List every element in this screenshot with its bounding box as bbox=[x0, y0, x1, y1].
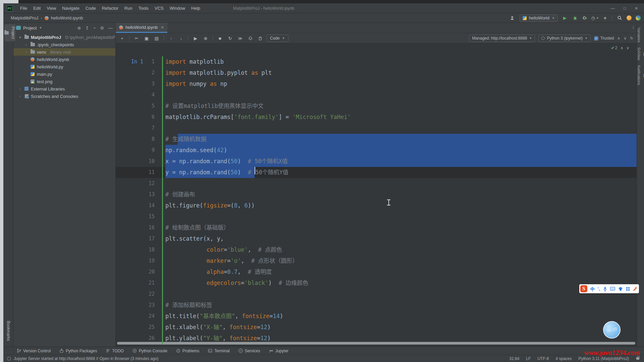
run-button[interactable]: ▶ bbox=[562, 15, 568, 21]
next-problem-icon[interactable]: ∨ bbox=[626, 46, 629, 50]
menu-refactor[interactable]: Refactor bbox=[99, 5, 121, 12]
tree-item-test-png[interactable]: test.png bbox=[13, 78, 115, 85]
code-line-1[interactable]: In 11import matplotlib bbox=[116, 56, 637, 67]
horizontal-scrollbar[interactable] bbox=[117, 342, 635, 345]
menu-file[interactable]: File bbox=[17, 5, 30, 12]
refresh-icon[interactable]: ↻ bbox=[630, 36, 633, 41]
prev-problem-icon[interactable]: ∧ bbox=[620, 46, 623, 50]
tree-item-external-libraries[interactable]: ›External Libraries bbox=[13, 85, 115, 93]
maximize-icon[interactable]: □ bbox=[624, 6, 626, 11]
delete-cell-icon[interactable] bbox=[257, 35, 263, 41]
copy-cell-icon[interactable]: ▣ bbox=[144, 35, 150, 41]
menu-vcs[interactable]: VCS bbox=[152, 5, 166, 12]
menu-run[interactable]: Run bbox=[122, 5, 135, 12]
locate-icon[interactable]: ⊕ bbox=[77, 25, 81, 31]
server-select[interactable]: Managed: http://localhost:8888 ▼ bbox=[469, 35, 535, 42]
tab-options-kebab-icon[interactable]: ⁝ bbox=[633, 25, 634, 30]
user-dropdown-icon[interactable] bbox=[509, 15, 516, 21]
tree-item-helloworld-py[interactable]: helloWorld.py bbox=[13, 63, 115, 70]
code-line-14[interactable]: 14plt.figure(figsize=(8, 6)) bbox=[116, 200, 637, 211]
caret-position[interactable]: 31:84 bbox=[509, 356, 519, 361]
code-editor[interactable]: ✔ 2 ∧ ∨ In 11import matplotlib2import ma… bbox=[116, 44, 637, 347]
code-line-24[interactable]: 24plt.title("基本散点图", fontsize=14) bbox=[116, 311, 637, 322]
toolwindow-python-console[interactable]: Python Console bbox=[132, 349, 167, 353]
toolwindow-terminal[interactable]: Terminal bbox=[208, 349, 229, 353]
tree-item-main-py[interactable]: main.py bbox=[13, 70, 115, 78]
run-all-cells-icon[interactable]: ⊕ bbox=[203, 35, 209, 41]
line-separator[interactable]: LF bbox=[526, 356, 531, 361]
tool-stripe-variables[interactable]: Variables bbox=[637, 27, 641, 43]
compact-icon[interactable]: ÷ bbox=[93, 25, 96, 31]
code-line-6[interactable]: 6matplotlib.rcParams['font.family'] = 'M… bbox=[116, 112, 637, 123]
menu-help[interactable]: Help bbox=[189, 5, 203, 12]
code-line-15[interactable]: 15 bbox=[116, 211, 637, 222]
project-panel-title[interactable]: Project bbox=[23, 25, 37, 31]
ime-mic-icon[interactable] bbox=[603, 287, 607, 291]
tab-helloworld-ipynb[interactable]: helloWorld.ipynb ✕ bbox=[116, 23, 167, 33]
breadcrumb-project[interactable]: MatplotlibProJ bbox=[11, 15, 38, 20]
run-cell-icon[interactable]: ▶ bbox=[193, 35, 199, 41]
settings-orange-icon[interactable] bbox=[627, 15, 632, 20]
gear-icon[interactable]: ⚙ bbox=[100, 25, 104, 31]
tree-item-helloworld-ipynb[interactable]: helloWorld.ipynb bbox=[13, 56, 115, 63]
restart-run-all-icon[interactable]: ≫ bbox=[237, 35, 243, 41]
code-line-12[interactable]: 12 bbox=[116, 178, 637, 189]
code-line-5[interactable]: 5# 设置matplotlib使用黑体显示中文 bbox=[116, 101, 637, 112]
toolwindow-services[interactable]: Services bbox=[238, 349, 260, 353]
ime-toolbox-icon[interactable] bbox=[626, 287, 630, 291]
tree-chevron-icon[interactable]: › bbox=[24, 50, 28, 54]
paste-cell-icon[interactable]: ▤ bbox=[154, 35, 160, 41]
code-line-4[interactable]: 4 bbox=[116, 89, 637, 101]
menu-code[interactable]: Code bbox=[83, 5, 99, 12]
close-tab-icon[interactable]: ✕ bbox=[161, 25, 164, 30]
code-line-9[interactable]: 9np.random.seed(42) bbox=[116, 145, 637, 156]
tool-stripe-notifications[interactable]: ▣Notifications bbox=[637, 65, 644, 85]
toolwindow-todo[interactable]: TODO bbox=[106, 349, 123, 353]
code-line-7[interactable]: 7 bbox=[116, 123, 637, 134]
menu-tools[interactable]: Tools bbox=[136, 5, 151, 12]
code-line-8[interactable]: 8# 生成随机数据 bbox=[116, 134, 637, 145]
code-line-18[interactable]: 18 color='blue', # 点颜色 bbox=[116, 244, 637, 255]
toolwindow-python-packages[interactable]: Python Packages bbox=[59, 349, 97, 353]
menu-window[interactable]: Window bbox=[167, 5, 188, 12]
restart-kernel-icon[interactable]: ↻ bbox=[227, 35, 233, 41]
toolwindow-jupyter[interactable]: Jupyter bbox=[269, 349, 288, 353]
code-line-23[interactable]: 23# 添加标题和标签 bbox=[116, 300, 637, 311]
trusted-checkbox[interactable]: ✓ Trusted bbox=[594, 36, 614, 41]
ime-chinese-toggle[interactable]: 中 bbox=[590, 286, 595, 292]
profiler-button[interactable]: ◷▼ bbox=[592, 15, 598, 21]
debug-button[interactable] bbox=[572, 15, 578, 21]
menu-navigate[interactable]: Navigate bbox=[59, 5, 82, 12]
cut-cell-icon[interactable]: ✂ bbox=[133, 35, 140, 41]
interrupt-kernel-icon[interactable]: ■ bbox=[217, 35, 223, 41]
status-message[interactable]: Jupyter Server started at http://localho… bbox=[14, 356, 159, 361]
next-cell-icon[interactable]: ∨ bbox=[624, 36, 627, 41]
toolwindow-problems[interactable]: Problems bbox=[176, 349, 200, 353]
clear-outputs-icon[interactable] bbox=[247, 35, 253, 41]
code-line-11[interactable]: 11y = np.random.rand(50) # 50个随机Y值 bbox=[116, 167, 637, 178]
sogou-logo-icon[interactable]: S bbox=[580, 285, 587, 292]
move-cell-up-icon[interactable]: ↑ bbox=[168, 35, 174, 41]
stop-button[interactable]: ■ bbox=[602, 15, 608, 21]
code-line-19[interactable]: 19 marker='o', # 点形状（圆形） bbox=[116, 255, 637, 266]
menu-edit[interactable]: Edit bbox=[31, 5, 43, 12]
coverage-button[interactable]: C▶ bbox=[582, 15, 588, 21]
toolwindow-version-control[interactable]: Version Control bbox=[17, 349, 51, 353]
code-line-20[interactable]: 20 alpha=0.7, # 透明度 bbox=[116, 266, 637, 278]
ime-punctuation-icon[interactable]: ’, bbox=[598, 286, 600, 291]
add-cell-icon[interactable]: + bbox=[119, 35, 125, 41]
file-encoding[interactable]: UTF-8 bbox=[537, 356, 549, 361]
tree-item--ipynb-checkpoints[interactable]: ›.ipynb_checkpoints bbox=[13, 41, 115, 48]
chevron-down-icon[interactable]: ▼ bbox=[39, 26, 42, 29]
minimize-icon[interactable]: — bbox=[611, 6, 615, 11]
code-line-21[interactable]: 21 edgecolors='black') # 边缘颜色 bbox=[116, 278, 637, 289]
tree-item-matplotlibproj[interactable]: ▾MatplotlibProJD:\python_pro\MatplotlibP… bbox=[13, 34, 115, 41]
run-configuration-select[interactable]: helloWorld ▼ bbox=[520, 14, 558, 22]
close-icon[interactable]: ✕ bbox=[635, 6, 638, 11]
event-log-icon[interactable] bbox=[7, 357, 11, 360]
indent-style[interactable]: 4 spaces bbox=[555, 356, 572, 361]
code-line-22[interactable]: 22 bbox=[116, 289, 637, 300]
move-cell-down-icon[interactable]: ↓ bbox=[178, 35, 184, 41]
breadcrumb-file[interactable]: helloWorld.ipynb bbox=[51, 15, 83, 20]
tree-item-venv[interactable]: ›venvlibrary root bbox=[13, 48, 115, 56]
